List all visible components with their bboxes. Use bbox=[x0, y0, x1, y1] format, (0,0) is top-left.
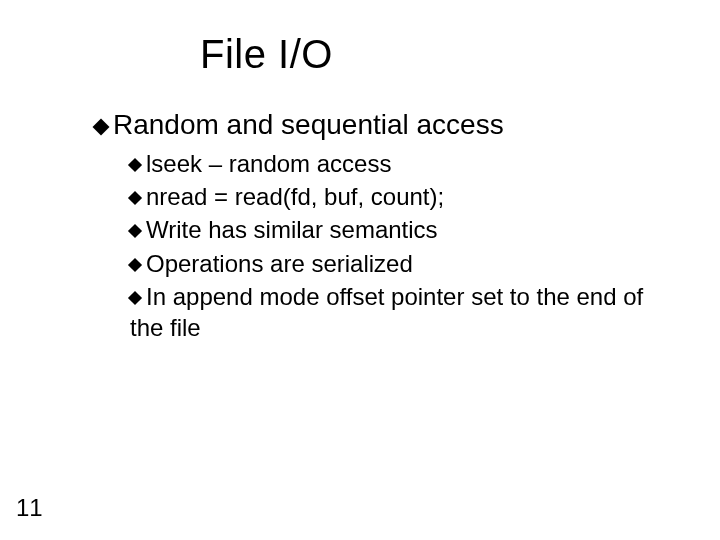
list-item: nread = read(fd, buf, count); bbox=[130, 181, 650, 212]
diamond-icon bbox=[128, 291, 142, 305]
diamond-icon bbox=[128, 191, 142, 205]
page-number: 11 bbox=[16, 494, 43, 522]
bullet-text: Operations are serialized bbox=[146, 250, 413, 277]
diamond-icon bbox=[128, 158, 142, 172]
bullet-text: In append mode offset pointer set to the… bbox=[130, 283, 643, 341]
bullet-text: Write has similar semantics bbox=[146, 216, 438, 243]
diamond-icon bbox=[128, 224, 142, 238]
bullet-text: nread = read(fd, buf, count); bbox=[146, 183, 444, 210]
diamond-icon bbox=[93, 119, 110, 136]
list-item: lseek – random access bbox=[130, 148, 650, 179]
bullet-level2-block: lseek – random access nread = read(fd, b… bbox=[130, 148, 650, 345]
bullet-level1: Random and sequential access bbox=[95, 108, 504, 142]
list-item: In append mode offset pointer set to the… bbox=[130, 281, 650, 343]
level1-text: Random and sequential access bbox=[113, 109, 504, 140]
bullet-text: lseek – random access bbox=[146, 150, 391, 177]
list-item: Write has similar semantics bbox=[130, 214, 650, 245]
slide-title: File I/O bbox=[200, 32, 333, 77]
slide: File I/O Random and sequential access ls… bbox=[0, 0, 720, 540]
list-item: Operations are serialized bbox=[130, 248, 650, 279]
diamond-icon bbox=[128, 257, 142, 271]
